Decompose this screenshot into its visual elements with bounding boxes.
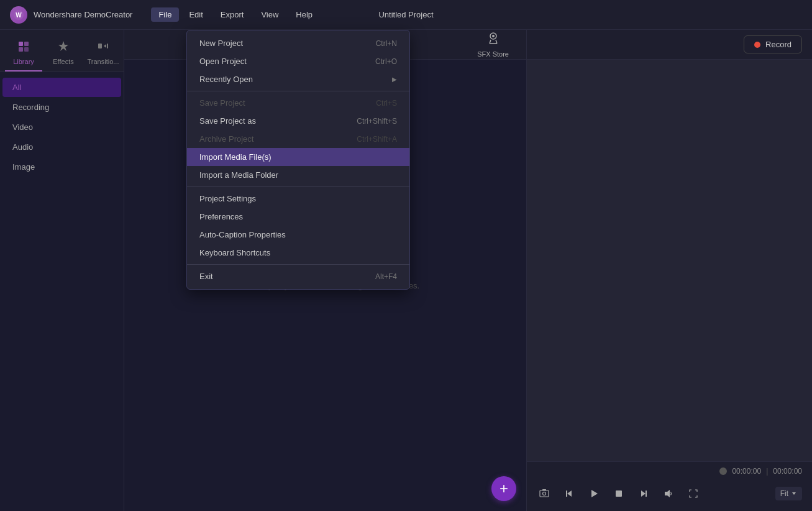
- menu-open-project-shortcut: Ctrl+O: [375, 57, 397, 66]
- menu-import-media-folder[interactable]: Import a Media Folder: [187, 166, 409, 184]
- menu-preferences[interactable]: Preferences: [187, 208, 409, 226]
- menu-new-project[interactable]: New Project Ctrl+N: [187, 34, 409, 52]
- menu-save-project-shortcut: Ctrl+S: [376, 99, 397, 108]
- menu-import-media-files-label: Import Media File(s): [199, 152, 271, 162]
- menu-new-project-label: New Project: [199, 39, 243, 48]
- menu-save-project: Save Project Ctrl+S: [187, 94, 409, 112]
- separator-1: [187, 91, 409, 91]
- submenu-arrow-icon: ▶: [392, 76, 397, 83]
- menu-archive-project-shortcut: Ctrl+Shift+A: [357, 135, 397, 144]
- menu-import-media-files[interactable]: Import Media File(s): [187, 148, 409, 166]
- menu-auto-caption-properties-label: Auto-Caption Properties: [199, 230, 286, 239]
- menu-open-project-label: Open Project: [199, 57, 247, 66]
- menu-project-settings[interactable]: Project Settings: [187, 190, 409, 208]
- menu-keyboard-shortcuts[interactable]: Keyboard Shortcuts: [187, 244, 409, 262]
- dropdown-overlay[interactable]: New Project Ctrl+N Open Project Ctrl+O R…: [0, 0, 812, 511]
- menu-save-project-label: Save Project: [199, 98, 245, 108]
- menu-open-project[interactable]: Open Project Ctrl+O: [187, 52, 409, 70]
- menu-archive-project: Archive Project Ctrl+Shift+A: [187, 130, 409, 148]
- menu-exit[interactable]: Exit Alt+F4: [187, 267, 409, 285]
- menu-recently-open-label: Recently Open: [199, 75, 253, 84]
- menu-exit-label: Exit: [199, 272, 213, 281]
- separator-3: [187, 264, 409, 265]
- menu-archive-project-label: Archive Project: [199, 134, 253, 144]
- menu-recently-open[interactable]: Recently Open ▶: [187, 70, 409, 88]
- menu-keyboard-shortcuts-label: Keyboard Shortcuts: [199, 248, 270, 257]
- menu-auto-caption-properties[interactable]: Auto-Caption Properties: [187, 226, 409, 244]
- menu-preferences-label: Preferences: [199, 212, 243, 221]
- menu-import-media-folder-label: Import a Media Folder: [199, 170, 278, 180]
- menu-save-project-as[interactable]: Save Project as Ctrl+Shift+S: [187, 112, 409, 130]
- menu-project-settings-label: Project Settings: [199, 194, 256, 203]
- file-dropdown-menu: New Project Ctrl+N Open Project Ctrl+O R…: [186, 30, 410, 290]
- menu-exit-shortcut: Alt+F4: [375, 272, 397, 281]
- menu-save-project-as-shortcut: Ctrl+Shift+S: [357, 117, 397, 126]
- separator-2: [187, 186, 409, 187]
- menu-save-project-as-label: Save Project as: [199, 116, 256, 126]
- menu-new-project-shortcut: Ctrl+N: [376, 39, 397, 48]
